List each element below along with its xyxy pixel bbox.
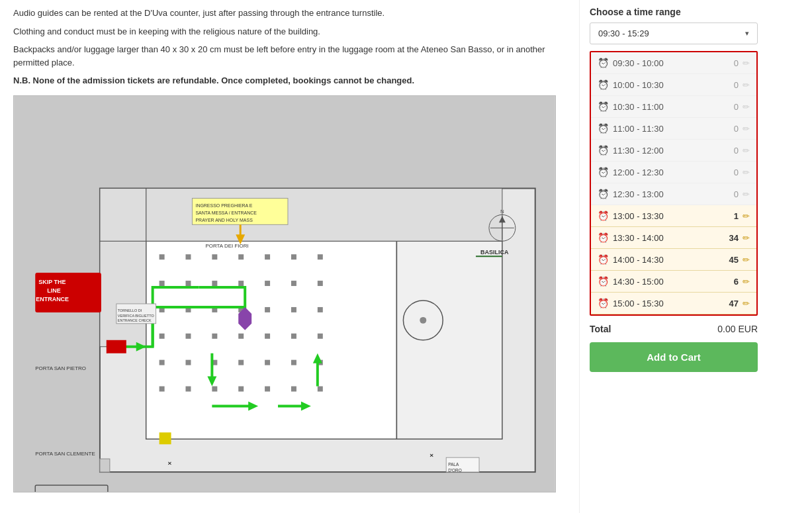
slot-count-3: 0 [725,124,739,134]
svg-rect-12 [291,254,296,259]
svg-rect-19 [291,281,296,286]
time-slot-6: ⏰12:30 - 13:000✏ [591,183,756,205]
svg-rect-2 [146,241,397,439]
svg-rect-94 [159,432,171,444]
time-slot-2: ⏰10:30 - 11:000✏ [591,96,756,118]
pencil-icon-8[interactable]: ✏ [743,233,750,243]
svg-rect-9 [212,254,217,259]
svg-text:PORTA DEI FIORI: PORTA DEI FIORI [205,243,248,249]
svg-rect-43 [186,386,191,391]
svg-rect-31 [238,333,244,338]
add-to-cart-button[interactable]: Add to Cart [590,342,758,372]
svg-rect-47 [291,386,296,391]
svg-rect-20 [318,281,323,286]
slot-time-6: 12:30 - 13:00 [613,189,725,199]
right-panel: Choose a time range 09:30 - 15:29 ▾ ⏰09:… [579,0,768,513]
svg-rect-15 [186,281,191,286]
slot-time-1: 10:00 - 10:30 [613,80,725,90]
pencil-icon-4: ✏ [743,146,750,156]
time-slot-0: ⏰09:30 - 10:000✏ [591,52,756,74]
clock-icon: ⏰ [598,210,609,221]
svg-rect-29 [186,333,191,338]
slot-time-10: 14:30 - 15:00 [613,277,725,287]
time-slot-11[interactable]: ⏰15:00 - 15:3047✏ [591,293,756,314]
svg-rect-76 [107,340,126,353]
clock-icon: ⏰ [598,79,609,90]
svg-rect-6 [100,188,146,241]
svg-text:LINE: LINE [47,287,60,294]
time-slot-7[interactable]: ⏰13:00 - 13:301✏ [591,205,756,227]
svg-rect-34 [318,333,323,338]
clock-icon: ⏰ [598,123,609,134]
slot-count-7: 1 [725,211,739,221]
info-line-3: Backpacks and/or luggage larger than 40 … [13,43,566,69]
svg-rect-30 [212,333,217,338]
clock-icon: ⏰ [598,254,609,265]
basilica-map: N BASILICA INGRESSO PREGHIERA E SANTA ME… [13,95,556,492]
info-line-4: N.B. None of the admission tickets are r… [13,74,566,87]
svg-text:BASILICA: BASILICA [480,249,509,256]
slot-count-1: 0 [725,80,739,90]
slot-count-6: 0 [725,189,739,199]
clock-icon: ⏰ [598,145,609,156]
slot-count-8: 34 [725,233,739,243]
svg-text:PRAYER AND HOLY MASS: PRAYER AND HOLY MASS [195,218,253,222]
total-value: 0.00 EUR [717,324,758,334]
slot-time-8: 13:30 - 14:00 [613,233,725,243]
slot-time-0: 09:30 - 10:00 [613,58,725,68]
svg-text:N: N [500,209,504,214]
svg-rect-48 [318,386,323,391]
svg-text:D'ORO: D'ORO [448,468,462,473]
svg-text:INGRESSO PREGHIERA E: INGRESSO PREGHIERA E [195,203,252,208]
slot-count-0: 0 [725,58,739,68]
svg-rect-13 [318,254,323,259]
svg-text:TORNELLO DI: TORNELLO DI [118,308,142,312]
svg-rect-32 [265,333,270,338]
svg-rect-86 [100,459,110,472]
svg-rect-40 [291,359,296,365]
svg-rect-36 [186,359,191,365]
svg-rect-27 [318,306,323,312]
total-row: Total 0.00 EUR [590,316,758,342]
svg-rect-26 [291,306,296,312]
slot-count-4: 0 [725,146,739,156]
slot-time-7: 13:00 - 13:30 [613,211,725,221]
svg-text:ENTRANCE: ENTRANCE [36,295,69,302]
time-slot-10[interactable]: ⏰14:30 - 15:006✏ [591,271,756,293]
slot-time-3: 11:00 - 11:30 [613,124,725,134]
svg-text:×: × [168,459,172,467]
time-slot-3: ⏰11:00 - 11:300✏ [591,118,756,140]
clock-icon: ⏰ [598,298,609,308]
slot-count-10: 6 [725,277,739,287]
pencil-icon-11[interactable]: ✏ [743,299,750,308]
info-line-1: Audio guides can be rented at the D'Uva … [13,7,566,20]
svg-rect-17 [238,281,244,286]
svg-rect-7 [159,254,165,259]
pencil-icon-9[interactable]: ✏ [743,255,750,265]
slot-time-9: 14:00 - 14:30 [613,255,725,265]
time-slot-9[interactable]: ⏰14:00 - 14:3045✏ [591,249,756,271]
time-slot-8[interactable]: ⏰13:30 - 14:0034✏ [591,227,756,249]
svg-text:PORTA SAN PIETRO: PORTA SAN PIETRO [35,365,86,371]
slot-time-5: 12:00 - 12:30 [613,167,725,177]
svg-rect-45 [238,386,244,391]
pencil-icon-1: ✏ [743,80,750,90]
left-panel: Audio guides can be rented at the D'Uva … [0,0,579,513]
svg-rect-3 [396,241,502,439]
pencil-icon-2: ✏ [743,102,750,112]
svg-rect-42 [159,386,165,391]
slot-time-2: 10:30 - 11:00 [613,102,725,112]
svg-text:PORTA SAN CLEMENTE: PORTA SAN CLEMENTE [35,451,95,457]
svg-rect-38 [238,359,244,365]
clock-icon: ⏰ [598,189,609,199]
svg-text:×: × [429,451,433,459]
svg-rect-39 [265,359,270,365]
clock-icon: ⏰ [598,101,609,112]
pencil-icon-0: ✏ [743,58,750,68]
pencil-icon-7[interactable]: ✏ [743,211,750,221]
time-range-dropdown[interactable]: 09:30 - 15:29 ▾ [590,23,758,44]
dropdown-value: 09:30 - 15:29 [598,28,649,38]
pencil-icon-10[interactable]: ✏ [743,277,750,287]
svg-rect-16 [212,281,217,286]
svg-text:SANTA MESSA / ENTRANCE: SANTA MESSA / ENTRANCE [195,210,257,215]
